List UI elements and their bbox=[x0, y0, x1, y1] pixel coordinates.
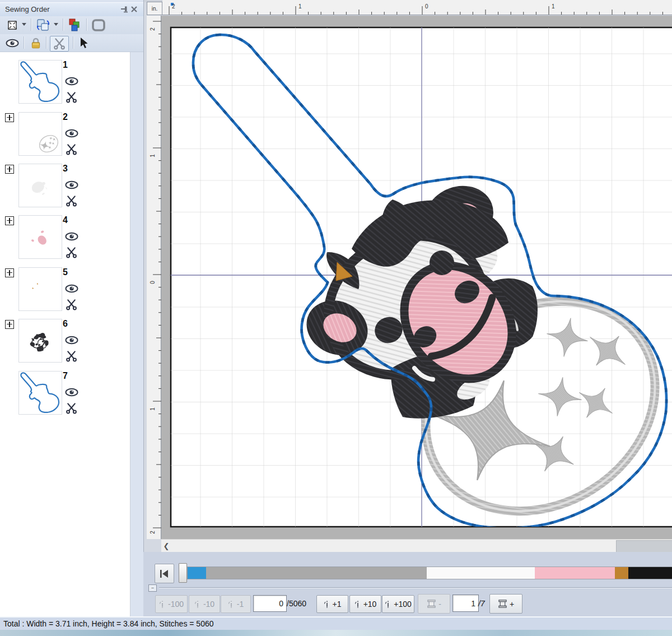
panel-divider bbox=[159, 587, 672, 588]
expand-toggle[interactable] bbox=[5, 268, 14, 277]
stitch-back-100-button[interactable]: -100 bbox=[155, 595, 188, 613]
visibility-eye-icon[interactable] bbox=[65, 232, 78, 241]
sewing-order-list: 1 2 3 4 bbox=[0, 52, 130, 616]
button-label: +10 bbox=[363, 600, 377, 609]
ruler-label: 1 bbox=[150, 407, 156, 411]
design-canvas[interactable] bbox=[161, 16, 672, 539]
ruler-label: 0 bbox=[150, 281, 156, 284]
ruler-unit-label: in. bbox=[152, 6, 158, 12]
ruler-unit-box[interactable]: in. bbox=[147, 2, 162, 15]
stitch-back-10-button[interactable]: -10 bbox=[189, 595, 220, 613]
item-number: 1 bbox=[63, 60, 68, 70]
ruler-label: 2 bbox=[172, 3, 175, 10]
progress-slider-handle[interactable] bbox=[179, 563, 187, 583]
button-label: +1 bbox=[333, 600, 342, 609]
button-label: -10 bbox=[203, 600, 214, 609]
sewing-order-item: 5 bbox=[0, 267, 130, 319]
status-bar: Total : Width = 3.71 inch, Height = 3.84… bbox=[0, 616, 672, 631]
trim-scissors-icon[interactable] bbox=[66, 91, 77, 103]
trim-scissors-icon[interactable] bbox=[66, 402, 77, 414]
visibility-eye-icon[interactable] bbox=[65, 129, 78, 138]
visibility-eye-button[interactable] bbox=[4, 36, 20, 50]
sewing-order-item: 4 bbox=[0, 215, 130, 267]
current-color-input[interactable]: 1 bbox=[452, 595, 479, 612]
stitch-forward-100-button[interactable]: +100 bbox=[382, 595, 414, 613]
item-thumbnail[interactable] bbox=[18, 319, 62, 363]
trim-scissors-icon[interactable] bbox=[66, 143, 77, 155]
stitch-forward-10-button[interactable]: +10 bbox=[349, 595, 381, 613]
trim-scissors-icon[interactable] bbox=[66, 350, 77, 362]
stitch-simulator-panel: − -100 -10 -1 0 /5060 +1 +10 +100 - 1 /7… bbox=[143, 552, 672, 616]
item-number: 5 bbox=[63, 267, 68, 277]
panel-titlebar: Sewing Order bbox=[0, 2, 143, 17]
color-total-label: /7 bbox=[478, 599, 485, 608]
visibility-eye-icon[interactable] bbox=[65, 388, 78, 397]
thread-color-segment[interactable] bbox=[188, 567, 206, 579]
button-label: + bbox=[510, 600, 514, 609]
progress-track[interactable] bbox=[187, 567, 672, 579]
ruler-label: 1 bbox=[552, 3, 555, 10]
scrollbar-thumb[interactable] bbox=[616, 540, 672, 553]
expand-toggle[interactable] bbox=[5, 320, 14, 329]
rewind-to-start-button[interactable] bbox=[155, 564, 174, 583]
desktop-background-sliver bbox=[0, 630, 672, 636]
ruler-label: 2 bbox=[150, 27, 156, 31]
trim-scissors-icon[interactable] bbox=[66, 195, 77, 207]
resequence-dropdown[interactable] bbox=[54, 23, 58, 26]
expand-toggle[interactable] bbox=[5, 216, 14, 225]
item-thumbnail[interactable] bbox=[18, 164, 62, 207]
toolbar-separator bbox=[63, 18, 63, 31]
item-thumbnail[interactable] bbox=[18, 215, 62, 259]
item-number: 3 bbox=[63, 164, 68, 174]
trim-scissors-icon[interactable] bbox=[66, 247, 77, 258]
thread-color-segment[interactable] bbox=[615, 567, 628, 579]
button-label: - bbox=[438, 600, 441, 609]
next-color-button[interactable]: + bbox=[489, 594, 522, 614]
resequence-button[interactable] bbox=[35, 18, 51, 33]
fit-view-dropdown[interactable] bbox=[22, 23, 26, 26]
thread-color-segment[interactable] bbox=[427, 567, 535, 579]
lock-button[interactable] bbox=[28, 36, 44, 50]
item-thumbnail[interactable] bbox=[18, 267, 62, 311]
trim-scissors-icon[interactable] bbox=[66, 299, 77, 310]
toolbar-separator bbox=[31, 18, 31, 31]
item-thumbnail[interactable] bbox=[18, 112, 62, 156]
button-label: -100 bbox=[168, 600, 184, 609]
ruler-label: 1 bbox=[150, 154, 156, 157]
thread-color-segment[interactable] bbox=[628, 567, 672, 579]
visibility-eye-icon[interactable] bbox=[65, 77, 78, 86]
visibility-eye-icon[interactable] bbox=[65, 284, 78, 293]
collapse-panel-toggle[interactable]: − bbox=[148, 584, 157, 592]
item-number: 7 bbox=[63, 371, 68, 381]
thread-color-segment[interactable] bbox=[206, 567, 427, 579]
pin-icon[interactable] bbox=[120, 6, 128, 13]
item-thumbnail[interactable] bbox=[18, 60, 62, 104]
thread-color-segment[interactable] bbox=[535, 567, 615, 579]
button-label: -1 bbox=[237, 600, 244, 609]
scissors-tool-button[interactable] bbox=[50, 36, 69, 52]
panel-toolbar-bottom bbox=[0, 34, 143, 52]
sewing-order-item: 6 bbox=[0, 319, 130, 370]
scroll-left-button[interactable]: ❮ bbox=[161, 540, 171, 553]
toolbar-separator bbox=[73, 36, 73, 49]
item-thumbnail[interactable] bbox=[18, 371, 62, 415]
hoop-button[interactable] bbox=[91, 18, 106, 33]
item-number: 2 bbox=[63, 112, 68, 122]
visibility-eye-icon[interactable] bbox=[65, 336, 78, 345]
ruler-label: 1 bbox=[298, 3, 302, 10]
fit-view-button[interactable] bbox=[4, 18, 20, 33]
stitch-back-1-button[interactable]: -1 bbox=[221, 595, 251, 613]
panel-toolbar-top bbox=[0, 16, 143, 35]
horizontal-scrollbar[interactable]: ❮ bbox=[161, 539, 672, 553]
expand-toggle[interactable] bbox=[5, 165, 14, 174]
close-icon[interactable] bbox=[130, 6, 138, 13]
visibility-eye-icon[interactable] bbox=[65, 180, 78, 189]
stitch-forward-1-button[interactable]: +1 bbox=[316, 595, 348, 613]
current-stitch-input[interactable]: 0 bbox=[253, 595, 287, 612]
previous-color-button[interactable]: - bbox=[418, 594, 450, 614]
sewing-order-item: 3 bbox=[0, 164, 130, 215]
sewing-order-item: 1 bbox=[0, 60, 130, 112]
select-cursor-button[interactable] bbox=[76, 36, 92, 50]
color-sort-button[interactable] bbox=[67, 18, 83, 33]
expand-toggle[interactable] bbox=[5, 113, 14, 122]
